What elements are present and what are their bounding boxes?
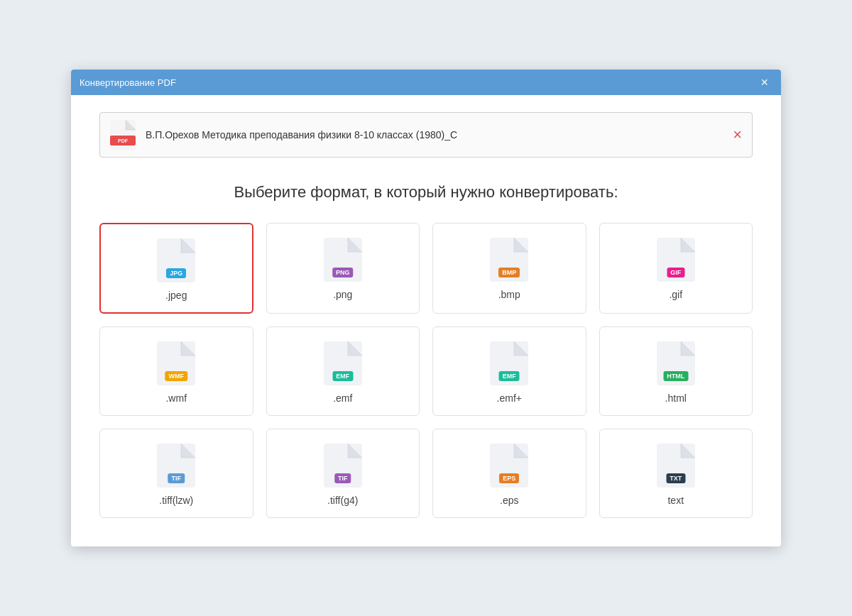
- titlebar: Конвертирование PDF ×: [71, 70, 781, 95]
- format-item-jpeg[interactable]: JPG .jpeg: [99, 223, 253, 314]
- format-item-tifflzw[interactable]: TIF .tiff(lzw): [99, 429, 253, 518]
- format-label-tifflzw: .tiff(lzw): [159, 495, 193, 506]
- format-icon-tiffg4: TIF: [324, 444, 362, 488]
- svg-text:PDF: PDF: [118, 138, 129, 143]
- format-icon-emf: EMF: [324, 341, 362, 385]
- format-item-eps[interactable]: EPS .eps: [432, 429, 586, 518]
- format-item-emf[interactable]: EMF .emf: [266, 326, 420, 416]
- pdf-file-icon: PDF: [110, 120, 136, 150]
- format-icon-wmf: WMF: [157, 341, 195, 385]
- main-window: Конвертирование PDF × PDF В.П.Орехов Мет…: [71, 70, 781, 546]
- format-label-emf: .emf: [333, 392, 352, 404]
- format-label-png: .png: [333, 289, 352, 300]
- formats-grid: JPG .jpeg PNG .png BMP .bmp GIF .gif: [99, 223, 753, 518]
- format-label-jpeg: .jpeg: [165, 290, 187, 301]
- format-item-wmf[interactable]: WMF .wmf: [99, 326, 253, 416]
- format-icon-text: TXT: [657, 444, 695, 488]
- format-icon-jpeg: JPG: [157, 238, 195, 282]
- file-name-label: В.П.Орехов Методика преподавания физики …: [146, 129, 724, 141]
- format-icon-eps: EPS: [490, 444, 528, 488]
- format-label-wmf: .wmf: [165, 392, 187, 404]
- format-icon-emfplus: EMF: [490, 341, 528, 385]
- window-title: Конвертирование PDF: [80, 77, 176, 88]
- format-item-gif[interactable]: GIF .gif: [599, 223, 753, 314]
- format-label-emfplus: .emf+: [497, 392, 522, 404]
- content-area: PDF В.П.Орехов Методика преподавания физ…: [71, 95, 781, 546]
- file-remove-button[interactable]: ×: [733, 127, 742, 143]
- format-label-text: text: [667, 495, 684, 506]
- window-close-button[interactable]: ×: [756, 75, 772, 90]
- format-label-gif: .gif: [669, 289, 682, 300]
- format-label-html: .html: [665, 392, 687, 404]
- format-icon-html: HTML: [657, 341, 695, 385]
- format-item-emfplus[interactable]: EMF .emf+: [432, 326, 586, 416]
- format-label-bmp: .bmp: [498, 289, 520, 300]
- format-item-text[interactable]: TXT text: [599, 429, 753, 518]
- format-icon-png: PNG: [324, 238, 362, 282]
- format-icon-gif: GIF: [657, 238, 695, 282]
- format-label-eps: .eps: [500, 495, 518, 506]
- file-bar: PDF В.П.Орехов Методика преподавания физ…: [99, 112, 753, 158]
- format-label-tiffg4: .tiff(g4): [327, 495, 358, 506]
- format-item-bmp[interactable]: BMP .bmp: [432, 223, 586, 314]
- format-heading: Выберите формат, в который нужно конверт…: [99, 183, 753, 202]
- format-item-png[interactable]: PNG .png: [266, 223, 420, 314]
- format-item-tiffg4[interactable]: TIF .tiff(g4): [266, 429, 420, 518]
- format-icon-tifflzw: TIF: [157, 444, 195, 488]
- format-icon-bmp: BMP: [490, 238, 528, 282]
- format-item-html[interactable]: HTML .html: [599, 326, 753, 416]
